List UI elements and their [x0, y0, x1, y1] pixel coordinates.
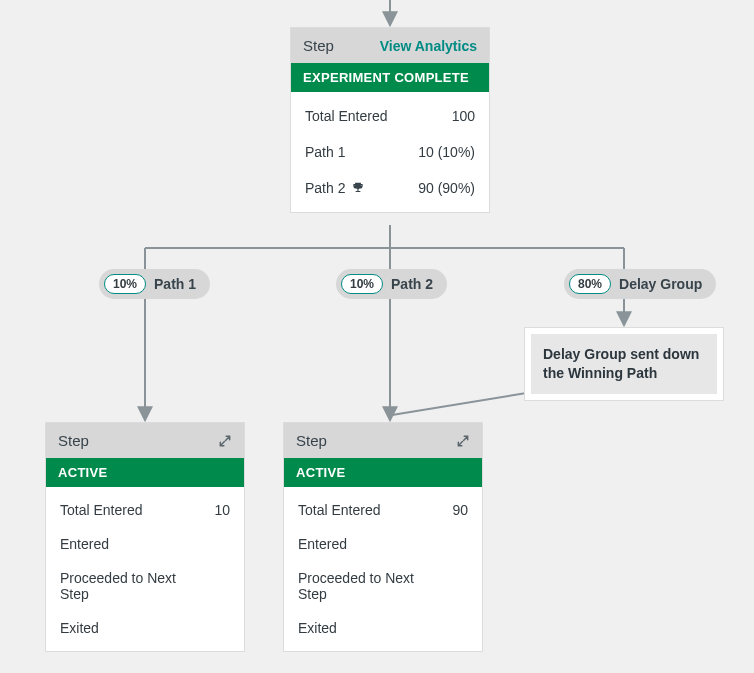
- expand-icon[interactable]: [456, 434, 470, 448]
- view-analytics-link[interactable]: View Analytics: [380, 38, 477, 54]
- card-title: Step: [58, 432, 89, 449]
- status-bar: EXPERIMENT COMPLETE: [291, 63, 489, 92]
- stat-label: Entered: [298, 536, 347, 552]
- stat-row-path2: Path 2 90 (90%): [291, 170, 489, 206]
- pill-percent: 10%: [341, 274, 383, 294]
- card-body: Total Entered 90 Entered Proceeded to Ne…: [284, 487, 482, 651]
- stat-row-entered: Entered: [46, 527, 244, 561]
- pill-label: Path 1: [154, 276, 196, 292]
- status-bar: ACTIVE: [284, 458, 482, 487]
- stat-value: 10: [214, 502, 230, 518]
- pill-label: Delay Group: [619, 276, 702, 292]
- path1-step-card: Step ACTIVE Total Entered 10 Entered Pro…: [45, 422, 245, 652]
- stat-row-total: Total Entered 10: [46, 493, 244, 527]
- stat-label: Path 2: [305, 180, 365, 196]
- card-header: Step View Analytics: [291, 28, 489, 63]
- status-bar: ACTIVE: [46, 458, 244, 487]
- experiment-step-card: Step View Analytics EXPERIMENT COMPLETE …: [290, 27, 490, 213]
- stat-label: Entered: [60, 536, 109, 552]
- stat-value: 100: [452, 108, 475, 124]
- stat-label: Exited: [298, 620, 337, 636]
- stat-row-proceeded: Proceeded to Next Step: [284, 561, 482, 611]
- pill-label: Path 2: [391, 276, 433, 292]
- card-header: Step: [46, 423, 244, 458]
- path2-label-text: Path 2: [305, 180, 345, 196]
- card-body: Total Entered 10 Entered Proceeded to Ne…: [46, 487, 244, 651]
- path2-step-card: Step ACTIVE Total Entered 90 Entered Pro…: [283, 422, 483, 652]
- stat-row-entered: Entered: [284, 527, 482, 561]
- stat-label: Proceeded to Next Step: [60, 570, 180, 602]
- stat-row-total: Total Entered 90: [284, 493, 482, 527]
- path-pill-path1: 10% Path 1: [99, 269, 210, 299]
- stat-row-exited: Exited: [284, 611, 482, 645]
- stat-row-total: Total Entered 100: [291, 98, 489, 134]
- card-title: Step: [296, 432, 327, 449]
- pill-percent: 80%: [569, 274, 611, 294]
- stat-label: Path 1: [305, 144, 345, 160]
- stat-value: 10 (10%): [418, 144, 475, 160]
- card-header: Step: [284, 423, 482, 458]
- card-body: Total Entered 100 Path 1 10 (10%) Path 2…: [291, 92, 489, 212]
- stat-label: Total Entered: [60, 502, 143, 518]
- pill-percent: 10%: [104, 274, 146, 294]
- path-pill-path2: 10% Path 2: [336, 269, 447, 299]
- stat-label: Total Entered: [305, 108, 388, 124]
- stat-label: Proceeded to Next Step: [298, 570, 418, 602]
- stat-row-exited: Exited: [46, 611, 244, 645]
- path-pill-delay: 80% Delay Group: [564, 269, 716, 299]
- note-text: Delay Group sent down the Winning Path: [531, 334, 717, 394]
- stat-row-path1: Path 1 10 (10%): [291, 134, 489, 170]
- delay-group-note: Delay Group sent down the Winning Path: [524, 327, 724, 401]
- stat-value: 90 (90%): [418, 180, 475, 196]
- card-title: Step: [303, 37, 334, 54]
- stat-row-proceeded: Proceeded to Next Step: [46, 561, 244, 611]
- trophy-icon: [351, 181, 365, 195]
- stat-label: Total Entered: [298, 502, 381, 518]
- stat-value: 90: [452, 502, 468, 518]
- expand-icon[interactable]: [218, 434, 232, 448]
- stat-label: Exited: [60, 620, 99, 636]
